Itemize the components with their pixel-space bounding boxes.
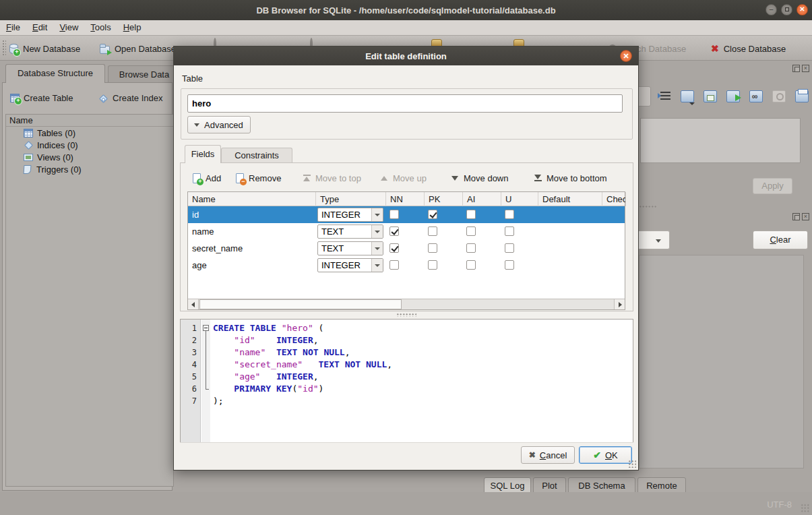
sql-log-area[interactable] (639, 255, 804, 468)
nn-checkbox-name[interactable] (389, 226, 399, 236)
table-name-input[interactable] (187, 94, 623, 113)
create-index-button[interactable]: Create Index (99, 89, 162, 107)
ai-checkbox-name[interactable] (466, 226, 476, 236)
chevron-down-icon[interactable] (371, 208, 383, 221)
type-combo-name[interactable]: TEXT (317, 224, 383, 239)
scrollbar-thumb[interactable] (199, 299, 402, 309)
field-row-age[interactable]: ageINTEGER (188, 257, 625, 274)
pk-checkbox-id[interactable] (428, 210, 437, 219)
cancel-button[interactable]: ✖ Cancel (521, 446, 575, 464)
u-checkbox-name[interactable] (505, 226, 514, 236)
field-toolbar-remove[interactable]: Remove (236, 169, 281, 187)
maximize-button[interactable] (781, 4, 792, 16)
tree-item-trigger[interactable]: Triggers (0) (6, 163, 173, 175)
dialog-resize-grip[interactable] (628, 460, 636, 468)
u-checkbox-age[interactable] (505, 260, 514, 270)
open-database-icon (100, 46, 110, 54)
tree-header-name[interactable]: Name (6, 115, 173, 127)
column-header-ai[interactable]: AI (463, 192, 501, 206)
sql-preview-editor[interactable]: 1234567 CREATE TABLE "hero" ( "id" INTEG… (180, 319, 633, 443)
u-checkbox-secret_name[interactable] (505, 243, 514, 253)
indent-icon[interactable] (658, 90, 671, 102)
dialog-titlebar[interactable]: Edit table definition ✕ (174, 47, 638, 65)
type-combo-secret_name[interactable]: TEXT (317, 241, 383, 255)
link-icon[interactable] (749, 90, 763, 102)
close-database-button[interactable]: ✖ Close Database (711, 40, 786, 57)
encoding-indicator[interactable]: UTF-8 (767, 499, 792, 510)
column-header-nn[interactable]: NN (386, 192, 425, 206)
dock2-close-icon[interactable]: × (802, 213, 809, 220)
ok-button[interactable]: ✔ OK (579, 446, 632, 464)
tab-database-structure[interactable]: Database Structure (5, 64, 105, 83)
tree-item-index[interactable]: Indices (0) (6, 139, 173, 151)
clear-button[interactable]: Clear (753, 231, 808, 249)
dialog-close-button[interactable]: ✕ (620, 50, 632, 62)
fold-collapse-icon[interactable] (203, 325, 209, 331)
print-icon[interactable] (795, 90, 809, 102)
menu-edit[interactable]: Edit (26, 20, 53, 35)
close-window-button[interactable]: ✕ (797, 4, 808, 16)
advanced-button[interactable]: Advanced (187, 116, 251, 133)
dock-restore-icon[interactable] (792, 65, 800, 72)
field-toolbar-add[interactable]: Add (193, 169, 221, 187)
pk-checkbox-name[interactable] (428, 226, 437, 236)
u-checkbox-id[interactable] (505, 210, 514, 219)
column-header-default[interactable]: Default (538, 192, 602, 206)
trigger-icon (24, 165, 32, 174)
nn-checkbox-id[interactable] (389, 210, 399, 219)
menu-tools[interactable]: Tools (84, 20, 117, 35)
toolbar-grip[interactable] (2, 40, 6, 57)
ai-checkbox-id[interactable] (466, 210, 476, 219)
dialog-splitter[interactable] (396, 313, 416, 317)
type-combo-id[interactable]: INTEGER (317, 208, 383, 222)
create-table-button[interactable]: Create Table (10, 89, 73, 107)
column-header-type[interactable]: Type (316, 192, 386, 206)
pk-checkbox-secret_name[interactable] (428, 243, 437, 253)
menu-view[interactable]: View (53, 20, 84, 35)
column-header-u[interactable]: U (501, 192, 538, 206)
open-database-button[interactable]: Open Database (100, 40, 176, 57)
tree-item-table[interactable]: Tables (0) (6, 127, 173, 139)
ai-checkbox-secret_name[interactable] (466, 243, 476, 253)
dock-splitter[interactable] (639, 205, 656, 208)
field-row-secret_name[interactable]: secret_nameTEXT (188, 240, 625, 257)
column-header-pk[interactable]: PK (425, 192, 463, 206)
cell-editor-area[interactable] (640, 118, 801, 163)
column-header-name[interactable]: Name (188, 192, 316, 206)
chevron-down-icon[interactable] (371, 225, 383, 238)
scroll-left-icon[interactable] (188, 299, 199, 309)
minimize-button[interactable]: – (766, 4, 777, 16)
field-row-name[interactable]: nameTEXT (188, 223, 625, 240)
line-number: 4 (181, 359, 200, 371)
pk-checkbox-age[interactable] (428, 260, 437, 270)
dock-close-icon[interactable]: × (802, 65, 809, 72)
nn-checkbox-age[interactable] (389, 260, 399, 270)
tree-item-view[interactable]: Views (0) (6, 151, 173, 163)
chevron-down-icon[interactable] (371, 242, 383, 255)
dock2-restore-icon[interactable] (792, 213, 800, 220)
export-icon[interactable] (726, 90, 740, 102)
field-toolbar-move-to-bottom[interactable]: Move to bottom (534, 169, 607, 187)
add-icon (193, 173, 201, 183)
tab-fields[interactable]: Fields (185, 145, 221, 163)
resize-grip[interactable] (801, 504, 810, 513)
nn-checkbox-secret_name[interactable] (389, 243, 399, 253)
ai-checkbox-age[interactable] (466, 260, 476, 270)
move-top-icon (303, 175, 311, 181)
tab-browse-data[interactable]: Browse Data (108, 65, 181, 83)
import-icon[interactable] (681, 90, 694, 102)
chevron-down-icon (194, 123, 199, 127)
type-combo-age[interactable]: INTEGER (317, 258, 383, 272)
column-header-check[interactable]: Check (602, 192, 626, 206)
menu-help[interactable]: Help (117, 20, 148, 35)
tab-constraints[interactable]: Constraints (221, 148, 292, 163)
save-icon[interactable] (704, 90, 717, 102)
horizontal-scrollbar[interactable] (188, 299, 625, 309)
field-toolbar-move-down[interactable]: Move down (451, 169, 508, 187)
null-icon[interactable] (772, 90, 786, 102)
menu-file[interactable]: File (0, 20, 26, 35)
scroll-right-icon[interactable] (614, 299, 625, 309)
field-row-id[interactable]: idINTEGER (188, 206, 625, 223)
new-database-button[interactable]: New Database (9, 40, 80, 57)
chevron-down-icon[interactable] (371, 259, 383, 272)
